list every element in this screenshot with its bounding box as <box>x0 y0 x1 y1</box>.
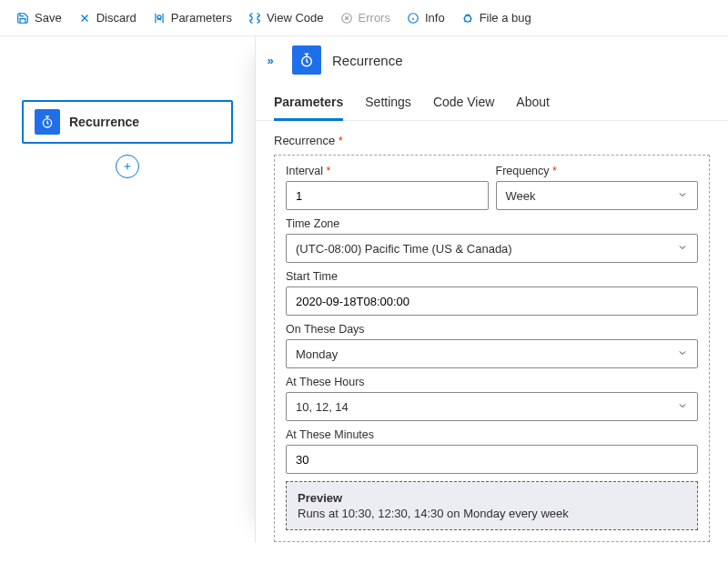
node-title: Recurrence <box>69 115 139 129</box>
parameters-section: Recurrence Interval Frequency Week <box>256 121 728 542</box>
chevron-down-icon <box>677 400 688 414</box>
errors-label: Errors <box>359 11 390 25</box>
section-label: Recurrence <box>274 134 710 147</box>
parameters-label: Parameters <box>171 11 232 25</box>
hours-select[interactable]: 10, 12, 14 <box>286 392 698 421</box>
timezone-select[interactable]: (UTC-08:00) Pacific Time (US & Canada) <box>286 234 698 263</box>
days-value: Monday <box>296 347 338 361</box>
hours-value: 10, 12, 14 <box>296 400 349 414</box>
save-icon <box>16 12 29 25</box>
view-code-button[interactable]: View Code <box>243 7 329 28</box>
preview-text: Runs at 10:30, 12:30, 14:30 on Monday ev… <box>298 507 686 520</box>
errors-button: Errors <box>335 7 396 28</box>
panel-header: Recurrence <box>256 36 728 87</box>
details-panel: » Recurrence Parameters Settings Code Vi… <box>255 36 728 542</box>
days-label: On These Days <box>286 323 698 336</box>
preview-title: Preview <box>298 491 686 505</box>
parameters-icon <box>153 12 166 25</box>
timezone-label: Time Zone <box>286 217 698 230</box>
discard-label: Discard <box>96 11 136 25</box>
minutes-input[interactable] <box>286 445 698 474</box>
recurrence-node[interactable]: Recurrence <box>22 100 233 144</box>
frequency-label: Frequency <box>496 165 699 177</box>
interval-input[interactable] <box>286 181 489 210</box>
days-select[interactable]: Monday <box>286 339 698 368</box>
panel-title: Recurrence <box>332 53 403 68</box>
frequency-select[interactable]: Week <box>496 181 699 210</box>
chevron-down-icon <box>677 347 688 361</box>
interval-label: Interval <box>286 165 489 177</box>
save-label: Save <box>35 11 62 25</box>
info-button[interactable]: Info <box>401 7 450 28</box>
timer-icon <box>292 45 321 75</box>
frequency-value: Week <box>506 189 536 203</box>
info-icon <box>407 12 420 25</box>
discard-icon <box>78 12 91 25</box>
interval-input-text[interactable] <box>296 183 479 208</box>
panel-tabs: Parameters Settings Code View About <box>256 87 728 121</box>
minutes-input-text[interactable] <box>296 447 688 472</box>
timezone-value: (UTC-08:00) Pacific Time (US & Canada) <box>296 242 512 256</box>
designer-canvas: Recurrence <box>0 36 255 542</box>
parameters-button[interactable]: Parameters <box>147 7 238 28</box>
recurrence-fieldset: Interval Frequency Week <box>274 155 710 542</box>
tab-about[interactable]: About <box>516 87 550 120</box>
start-time-input-text[interactable] <box>296 288 688 314</box>
save-button[interactable]: Save <box>11 7 67 28</box>
tab-parameters[interactable]: Parameters <box>274 87 343 121</box>
content-area: Recurrence » Recurrence Parameters Setti… <box>0 36 728 542</box>
chevron-down-icon <box>677 189 688 203</box>
tab-code-view[interactable]: Code View <box>433 87 494 120</box>
command-bar: Save Discard Parameters View Code Errors… <box>0 0 728 36</box>
info-label: Info <box>425 11 445 25</box>
add-step-button[interactable] <box>116 155 139 178</box>
view-code-label: View Code <box>267 11 324 25</box>
error-icon <box>340 12 353 25</box>
file-bug-label: File a bug <box>480 11 531 25</box>
preview-box: Preview Runs at 10:30, 12:30, 14:30 on M… <box>286 481 698 530</box>
tab-settings[interactable]: Settings <box>365 87 411 120</box>
add-step-row <box>22 155 233 178</box>
code-icon <box>248 12 261 25</box>
svg-point-0 <box>157 15 161 18</box>
discard-button[interactable]: Discard <box>73 7 142 28</box>
bug-icon <box>461 12 474 25</box>
start-time-input[interactable] <box>286 286 698 316</box>
file-bug-button[interactable]: File a bug <box>456 7 537 28</box>
chevron-down-icon <box>677 242 688 256</box>
hours-label: At These Hours <box>286 376 698 388</box>
timer-icon <box>35 109 60 135</box>
collapse-panel-button[interactable]: » <box>261 51 279 69</box>
minutes-label: At These Minutes <box>286 428 698 441</box>
start-time-label: Start Time <box>286 270 698 283</box>
